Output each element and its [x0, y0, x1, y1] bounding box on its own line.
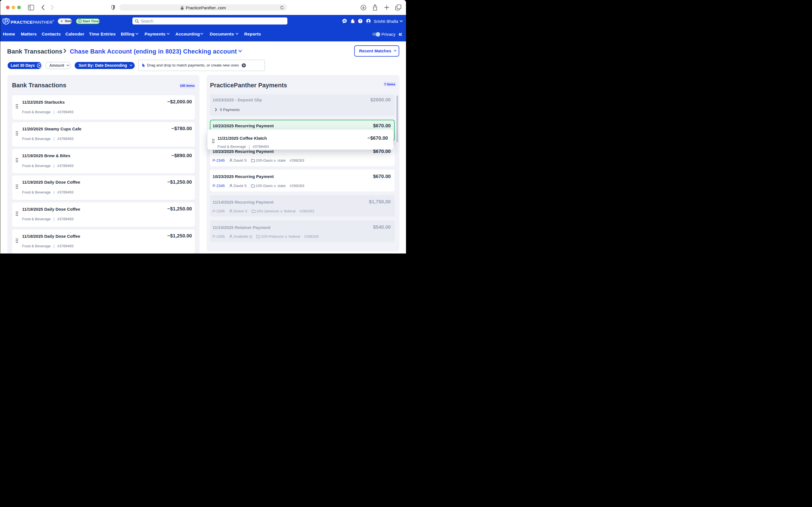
svg-text:?: ?: [360, 19, 361, 22]
